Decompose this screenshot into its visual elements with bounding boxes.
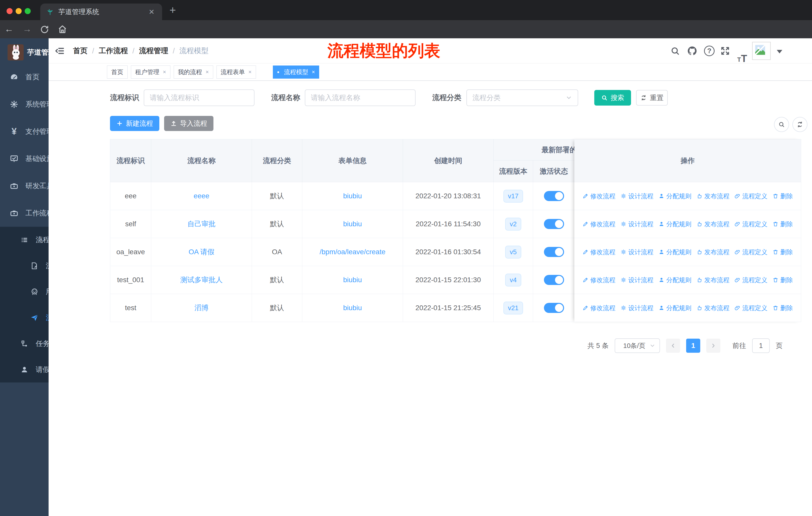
browser-tab[interactable]: 芋道管理系统 ✕ bbox=[40, 3, 162, 20]
tag-close-icon[interactable]: × bbox=[249, 69, 252, 75]
model-name-link[interactable]: OA 请假 bbox=[188, 247, 214, 257]
edit-process-link[interactable]: 修改流程 bbox=[582, 220, 615, 228]
goto-page-input[interactable] bbox=[752, 338, 770, 353]
category-select[interactable]: 流程分类 bbox=[466, 89, 578, 106]
search-button[interactable]: 搜索 bbox=[594, 90, 631, 106]
process-definition-link[interactable]: 流程定义 bbox=[734, 304, 767, 312]
breadcrumb-process-mgmt[interactable]: 流程管理 bbox=[139, 46, 168, 56]
breadcrumb-workflow[interactable]: 工作流程 bbox=[99, 46, 128, 56]
sidebar-item-user-group[interactable]: 用户分组 bbox=[0, 279, 49, 305]
sidebar-item-infra[interactable]: 基础设施 bbox=[0, 145, 49, 172]
form-link[interactable]: biubiu bbox=[343, 304, 362, 312]
create-process-button[interactable]: 新建流程 bbox=[110, 116, 159, 131]
tag-my-process[interactable]: 我的流程 × bbox=[174, 65, 213, 79]
edit-process-link[interactable]: 修改流程 bbox=[582, 304, 615, 312]
assign-rule-link[interactable]: 分配规则 bbox=[659, 304, 691, 312]
forward-button[interactable]: → bbox=[23, 24, 32, 34]
text-size-icon[interactable]: TT bbox=[737, 38, 747, 63]
sidebar-item-process-mgmt[interactable]: 流程管理 bbox=[0, 227, 49, 253]
active-toggle[interactable] bbox=[544, 219, 564, 229]
process-definition-link[interactable]: 流程定义 bbox=[734, 220, 767, 228]
import-process-button[interactable]: 导入流程 bbox=[164, 116, 213, 131]
process-key-input[interactable] bbox=[144, 89, 255, 106]
sidebar-item-process-model[interactable]: 流程模型 bbox=[0, 305, 49, 331]
edit-process-link[interactable]: 修改流程 bbox=[582, 192, 615, 200]
edit-process-link[interactable]: 修改流程 bbox=[582, 248, 615, 256]
active-toggle[interactable] bbox=[544, 191, 564, 201]
fullscreen-icon[interactable] bbox=[720, 38, 730, 63]
tab-close-icon[interactable]: ✕ bbox=[147, 8, 156, 16]
form-link[interactable]: biubiu bbox=[343, 220, 362, 228]
delete-link[interactable]: 删除 bbox=[773, 304, 793, 312]
active-toggle[interactable] bbox=[544, 303, 564, 313]
back-button[interactable]: ← bbox=[4, 24, 13, 34]
assign-rule-link[interactable]: 分配规则 bbox=[659, 192, 691, 200]
sidebar-item-payment[interactable]: ¥ 支付管理 bbox=[0, 118, 49, 145]
assign-rule-link[interactable]: 分配规则 bbox=[659, 248, 691, 256]
tag-close-icon[interactable]: × bbox=[312, 69, 315, 75]
active-toggle[interactable] bbox=[544, 275, 564, 285]
tag-process-model[interactable]: ● 流程模型 × bbox=[273, 65, 319, 79]
traffic-minimize-icon[interactable] bbox=[16, 8, 22, 14]
sidebar-item-workflow[interactable]: 工作流程 bbox=[0, 199, 49, 227]
github-icon[interactable] bbox=[687, 38, 697, 63]
page-size-select[interactable]: 10条/页 bbox=[615, 338, 660, 353]
tag-home[interactable]: 首页 bbox=[107, 65, 127, 79]
sidebar-item-process-form[interactable]: 流程表单 bbox=[0, 253, 49, 279]
design-process-link[interactable]: 设计流程 bbox=[620, 248, 654, 256]
sidebar-item-system[interactable]: 系统管理 bbox=[0, 91, 49, 118]
sidebar-item-home[interactable]: 首页 bbox=[0, 63, 49, 91]
reset-button[interactable]: 重置 bbox=[636, 90, 668, 106]
new-tab-button[interactable]: + bbox=[167, 5, 178, 15]
tag-tenant[interactable]: 租户管理 × bbox=[131, 65, 170, 79]
publish-process-link[interactable]: 发布流程 bbox=[696, 304, 729, 312]
active-toggle[interactable] bbox=[544, 247, 564, 257]
avatar[interactable] bbox=[752, 42, 771, 60]
tag-close-icon[interactable]: × bbox=[206, 69, 209, 75]
sidebar-logo[interactable]: 芋道管理系统 bbox=[0, 43, 49, 62]
hamburger-fold-icon[interactable] bbox=[55, 46, 65, 56]
delete-link[interactable]: 删除 bbox=[773, 276, 793, 284]
form-link[interactable]: biubiu bbox=[343, 276, 362, 284]
assign-rule-link[interactable]: 分配规则 bbox=[659, 220, 691, 228]
page-1-button[interactable]: 1 bbox=[686, 338, 700, 353]
sidebar-item-task-mgmt[interactable]: 任务管理 bbox=[0, 331, 49, 356]
design-process-link[interactable]: 设计流程 bbox=[620, 304, 654, 312]
delete-link[interactable]: 删除 bbox=[773, 220, 793, 228]
tag-process-form[interactable]: 流程表单 × bbox=[216, 65, 256, 79]
model-name-link[interactable]: 自己审批 bbox=[187, 219, 216, 229]
show-search-circle-button[interactable] bbox=[774, 117, 789, 132]
assign-rule-link[interactable]: 分配规则 bbox=[659, 276, 691, 284]
process-definition-link[interactable]: 流程定义 bbox=[734, 192, 767, 200]
publish-process-link[interactable]: 发布流程 bbox=[696, 276, 729, 284]
traffic-zoom-icon[interactable] bbox=[25, 8, 31, 14]
tag-close-icon[interactable]: × bbox=[163, 69, 166, 75]
sidebar-item-leave-query[interactable]: 请假查询 bbox=[0, 356, 49, 382]
refresh-circle-button[interactable] bbox=[792, 117, 808, 132]
form-link[interactable]: /bpm/oa/leave/create bbox=[320, 248, 386, 256]
publish-process-link[interactable]: 发布流程 bbox=[696, 248, 729, 256]
form-link[interactable]: biubiu bbox=[343, 192, 362, 200]
process-definition-link[interactable]: 流程定义 bbox=[734, 248, 767, 256]
breadcrumb-home[interactable]: 首页 bbox=[73, 46, 88, 56]
publish-process-link[interactable]: 发布流程 bbox=[696, 192, 729, 200]
traffic-close-icon[interactable] bbox=[6, 8, 12, 14]
edit-process-link[interactable]: 修改流程 bbox=[582, 276, 615, 284]
design-process-link[interactable]: 设计流程 bbox=[620, 220, 654, 228]
model-name-link[interactable]: 滔博 bbox=[195, 303, 209, 313]
process-name-input[interactable] bbox=[305, 89, 415, 106]
delete-link[interactable]: 删除 bbox=[773, 248, 793, 256]
next-page-button[interactable] bbox=[706, 338, 720, 353]
model-name-link[interactable]: eeee bbox=[194, 192, 209, 200]
delete-link[interactable]: 删除 bbox=[773, 192, 793, 200]
publish-process-link[interactable]: 发布流程 bbox=[696, 220, 729, 228]
prev-page-button[interactable] bbox=[666, 338, 680, 353]
help-icon[interactable]: ? bbox=[704, 38, 715, 63]
header-search-icon[interactable] bbox=[670, 38, 680, 63]
design-process-link[interactable]: 设计流程 bbox=[620, 192, 654, 200]
design-process-link[interactable]: 设计流程 bbox=[620, 276, 654, 284]
home-button[interactable] bbox=[57, 24, 67, 34]
sidebar-item-devtools[interactable]: 研发工具 bbox=[0, 172, 49, 199]
reload-button[interactable] bbox=[40, 25, 49, 34]
process-definition-link[interactable]: 流程定义 bbox=[734, 276, 767, 284]
